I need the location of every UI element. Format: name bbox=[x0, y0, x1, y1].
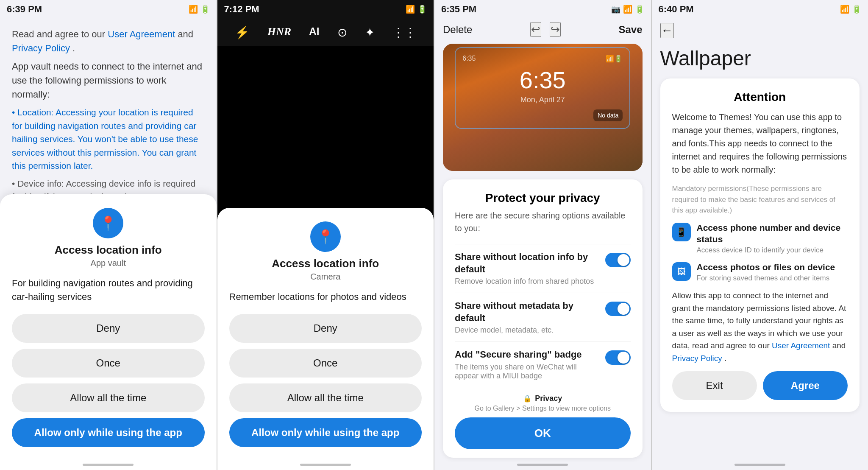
menu-icon[interactable]: ⋮⋮ bbox=[392, 25, 416, 39]
dialog-actions: Exit Agree bbox=[672, 371, 848, 400]
camera-toolbar: ⚡ HNR AI ⊙ ✦ ⋮⋮ bbox=[217, 19, 434, 46]
user-agreement-link-4[interactable]: User Agreement bbox=[772, 341, 830, 350]
privacy-row-location: Share without location info by default R… bbox=[455, 244, 631, 293]
sheet-title-1: Access location info bbox=[12, 243, 205, 257]
sheet-title-2: Access location info bbox=[229, 257, 422, 270]
toggle-location[interactable] bbox=[605, 253, 631, 267]
lens-icon[interactable]: ⊙ bbox=[337, 25, 347, 39]
status-bar-1: 6:39 PM 📶 🔋 bbox=[0, 0, 217, 19]
panel3-header: Delete ↩ ↪ Save bbox=[434, 19, 651, 44]
perm-sub-photos: For storing saved themes and other items bbox=[697, 274, 848, 283]
privacy-row-badge: Add "Secure sharing" badge The items you… bbox=[455, 341, 631, 387]
preview-date: Mon, April 27 bbox=[462, 95, 623, 104]
perm-title-phone: Access phone number and device status bbox=[697, 222, 848, 245]
and-text-4: and bbox=[832, 341, 846, 350]
privacy-row-title-1: Share without location info by default bbox=[455, 251, 598, 275]
ok-button[interactable]: OK bbox=[455, 417, 631, 449]
permission-item-photos: 🖼 Access photos or files on device For s… bbox=[672, 261, 848, 283]
desc-text-1: App vault needs to connect to the intern… bbox=[12, 59, 205, 101]
save-button[interactable]: Save bbox=[618, 24, 642, 36]
exit-button[interactable]: Exit bbox=[672, 371, 757, 400]
attention-dialog: Attention Welcome to Themes! You can use… bbox=[660, 78, 860, 412]
location-icon-1: 📍 bbox=[93, 208, 123, 238]
preview-time-small: 6:35 bbox=[462, 55, 476, 63]
undo-button[interactable]: ↩ bbox=[530, 22, 541, 37]
status-icons-4: 📶 🔋 bbox=[840, 5, 861, 14]
location-permission-sheet-1: 📍 Access location info App vault For bui… bbox=[0, 194, 217, 470]
star-icon[interactable]: ✦ bbox=[365, 25, 375, 39]
phone-perm-icon: 📱 bbox=[672, 223, 691, 241]
preview-icons: 📶🔋 bbox=[606, 55, 623, 63]
deny-button-2[interactable]: Deny bbox=[229, 314, 422, 343]
camera-status-icon: 📷 bbox=[611, 5, 620, 14]
attention-title: Attention bbox=[672, 90, 848, 104]
battery-icon-2: 🔋 bbox=[417, 5, 427, 14]
panel-privacy: 6:35 PM 📷 📶 🔋 Delete ↩ ↪ Save 6:35 📶🔋 6:… bbox=[434, 0, 651, 470]
sheet-subtitle-1: App vault bbox=[12, 258, 205, 268]
deny-button-1[interactable]: Deny bbox=[12, 314, 205, 343]
status-time-2: 7:12 PM bbox=[224, 4, 259, 15]
privacy-policy-link-4[interactable]: Privacy Policy bbox=[672, 354, 722, 363]
sheet-desc-2: Remember locations for photos and videos bbox=[229, 290, 422, 304]
privacy-icon: 🔒 bbox=[523, 394, 531, 403]
filter-icon[interactable]: HNR bbox=[267, 25, 291, 39]
status-bar-4: 6:40 PM 📶 🔋 bbox=[652, 0, 868, 19]
once-button-2[interactable]: Once bbox=[229, 349, 422, 378]
allow-all-time-button-2[interactable]: Allow all the time bbox=[229, 383, 422, 412]
status-bar-3: 6:35 PM 📷 📶 🔋 bbox=[434, 0, 651, 19]
location-permission-sheet-2: 📍 Access location info Camera Remember l… bbox=[217, 208, 434, 470]
privacy-footer-label: Privacy bbox=[535, 394, 562, 403]
agreement-prefix: Read and agree to our bbox=[12, 29, 108, 39]
allow-while-using-button-1[interactable]: Allow only while using the app bbox=[12, 418, 205, 447]
ai-icon[interactable]: AI bbox=[309, 25, 319, 39]
preview-clock: 6:35 bbox=[462, 66, 623, 94]
status-time-3: 6:35 PM bbox=[441, 4, 476, 15]
toggle-badge[interactable] bbox=[605, 350, 631, 365]
privacy-policy-link-1[interactable]: Privacy Policy bbox=[12, 43, 70, 53]
location-desc: • Location: Accessing your location is r… bbox=[12, 106, 205, 173]
status-time-4: 6:40 PM bbox=[659, 4, 694, 15]
once-button-1[interactable]: Once bbox=[12, 349, 205, 378]
privacy-row-title-2: Share without metadata by default bbox=[455, 300, 598, 324]
wallpaper-title: Wallpaper bbox=[652, 47, 868, 78]
wifi-icon-1: 📶 bbox=[189, 5, 198, 14]
agree-button[interactable]: Agree bbox=[763, 371, 848, 400]
privacy-dialog-desc: Here are the secure sharing options avai… bbox=[455, 209, 631, 235]
status-icons-1: 📶 🔋 bbox=[189, 5, 210, 14]
gesture-bar-1 bbox=[83, 464, 134, 466]
battery-icon-4: 🔋 bbox=[852, 5, 861, 14]
attention-footer-text: Allow this app to connect to the interne… bbox=[672, 289, 848, 364]
toggle-metadata[interactable] bbox=[605, 302, 631, 316]
wifi-icon-2: 📶 bbox=[406, 5, 415, 14]
flash-icon[interactable]: ⚡ bbox=[235, 25, 250, 39]
back-button[interactable]: ← bbox=[660, 23, 674, 38]
gesture-bar-2 bbox=[300, 464, 351, 466]
period-4: . bbox=[724, 354, 726, 363]
wallpaper-preview: 6:35 📶🔋 6:35 Mon, April 27 No data bbox=[443, 44, 643, 171]
perm-sub-phone: Access device ID to identify your device bbox=[697, 246, 848, 255]
status-bar-2: 7:12 PM 📶 🔋 bbox=[217, 0, 434, 19]
status-icons-2: 📶 🔋 bbox=[406, 5, 427, 14]
redo-button[interactable]: ↪ bbox=[550, 22, 561, 37]
privacy-row-metadata: Share without metadata by default Device… bbox=[455, 293, 631, 341]
allow-while-using-button-2[interactable]: Allow only while using the app bbox=[229, 418, 422, 447]
privacy-dialog: Protect your privacy Here are the secure… bbox=[443, 179, 643, 458]
sheet-desc-1: For building navigation routes and provi… bbox=[12, 277, 205, 304]
wifi-icon-3: 📶 bbox=[623, 5, 632, 14]
privacy-row-sub-1: Remove location info from shared photos bbox=[455, 277, 598, 286]
status-icons-3: 📷 📶 🔋 bbox=[611, 5, 644, 14]
battery-icon-1: 🔋 bbox=[200, 5, 210, 14]
user-agreement-link-1[interactable]: User Agreement bbox=[108, 29, 175, 39]
panel-camera: 7:12 PM 📶 🔋 ⚡ HNR AI ⊙ ✦ ⋮⋮ 📍 Access loc… bbox=[217, 0, 434, 470]
sheet-subtitle-2: Camera bbox=[229, 272, 422, 282]
perm-title-photos: Access photos or files on device bbox=[697, 261, 848, 273]
permission-item-phone: 📱 Access phone number and device status … bbox=[672, 222, 848, 255]
period-1: . bbox=[72, 43, 75, 53]
delete-button[interactable]: Delete bbox=[443, 24, 472, 36]
allow-all-time-button-1[interactable]: Allow all the time bbox=[12, 383, 205, 412]
preview-no-data: No data bbox=[593, 109, 623, 121]
location-icon-2: 📍 bbox=[310, 221, 341, 252]
and-text-1: and bbox=[178, 29, 193, 39]
gesture-bar-3 bbox=[517, 464, 568, 466]
privacy-footer-sub: Go to Gallery > Settings to view more op… bbox=[455, 405, 631, 412]
